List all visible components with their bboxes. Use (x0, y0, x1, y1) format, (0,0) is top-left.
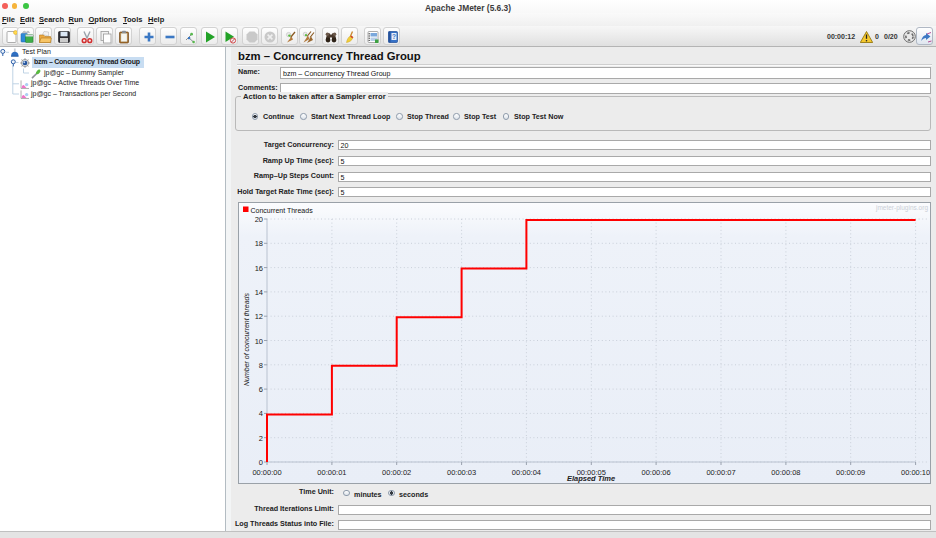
svg-text:18: 18 (255, 239, 263, 248)
svg-text:00:00:07: 00:00:07 (706, 468, 735, 477)
svg-text:00:00:00: 00:00:00 (252, 468, 281, 477)
svg-text:?: ? (392, 33, 396, 40)
svg-text:00:00:06: 00:00:06 (641, 468, 670, 477)
svg-text:8: 8 (259, 361, 263, 370)
svg-text:10: 10 (255, 337, 263, 346)
svg-text:Concurrent Threads: Concurrent Threads (251, 207, 314, 214)
svg-text:2: 2 (259, 434, 263, 443)
svg-text:jmeter-plugins.org: jmeter-plugins.org (875, 204, 928, 212)
svg-text:4: 4 (259, 409, 263, 418)
svg-text:16: 16 (255, 264, 263, 273)
svg-text:00:00:09: 00:00:09 (836, 468, 865, 477)
svg-text:00:00:08: 00:00:08 (771, 468, 800, 477)
svg-text:12: 12 (255, 312, 263, 321)
svg-text:00:00:10: 00:00:10 (901, 468, 930, 477)
svg-text:00:00:01: 00:00:01 (317, 468, 346, 477)
svg-text:00:00:03: 00:00:03 (447, 468, 476, 477)
svg-text:00:00:02: 00:00:02 (382, 468, 411, 477)
svg-text:00:00:04: 00:00:04 (512, 468, 541, 477)
svg-text:Elapsed Time: Elapsed Time (567, 474, 615, 483)
svg-text:20: 20 (255, 215, 263, 224)
svg-text:14: 14 (255, 288, 263, 297)
svg-text:6: 6 (259, 385, 263, 394)
svg-text:Number of concurrent threads: Number of concurrent threads (243, 293, 250, 386)
svg-text:0: 0 (259, 458, 263, 467)
